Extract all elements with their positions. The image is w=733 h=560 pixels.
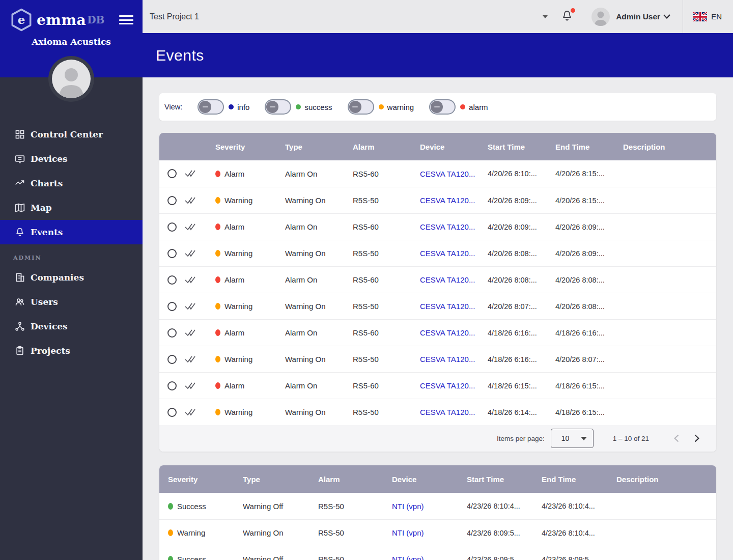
double-check-icon[interactable] [185,170,197,178]
select-row-radio[interactable] [167,169,177,178]
previous-page-button[interactable] [666,428,687,449]
sidebar-item-control-center[interactable]: Control Center [0,122,143,147]
alarm-toggle-switch[interactable] [429,99,456,115]
user-menu-label[interactable]: Admin User [616,12,660,21]
notifications-button[interactable] [561,10,573,24]
filter-toggle-warning: warning [348,99,414,115]
double-check-icon[interactable] [185,408,197,416]
double-check-icon[interactable] [185,197,197,205]
device-link[interactable]: CESVA TA120... [420,275,475,284]
user-avatar-large[interactable] [48,56,94,102]
menu-toggle-button[interactable] [119,14,133,25]
double-check-icon[interactable] [185,302,197,311]
language-selector[interactable]: EN [683,12,733,21]
severity-label: Success [177,555,206,560]
project-dropdown-caret-icon[interactable] [543,15,548,18]
logo-suffix: DB [87,14,104,26]
double-check-icon[interactable] [185,276,197,284]
end-time: 4/20/26 8:09:... [555,223,623,231]
page-size-value: 10 [561,434,570,442]
info-toggle-switch[interactable] [198,99,224,115]
device-link[interactable]: CESVA TA120... [420,196,475,205]
warning-toggle-label: warning [387,103,414,111]
double-check-icon[interactable] [185,249,197,258]
page-size-select[interactable]: 10 [551,429,594,448]
severity-label: Alarm [224,275,244,284]
device-link[interactable]: CESVA TA120... [420,249,475,258]
chevron-left-icon [674,434,679,442]
select-row-radio[interactable] [167,408,177,417]
page-title: Events [156,47,204,64]
info-dot [229,104,234,109]
sidebar-item-events[interactable]: Events [0,220,143,244]
sidebar-item-devices[interactable]: Devices [0,147,143,171]
select-row-radio[interactable] [167,381,177,390]
header-alarm: Alarm [353,143,420,151]
device-link[interactable]: CESVA TA120... [420,408,475,416]
alarm-name: RS5-60 [353,170,420,178]
alarm-name: R5S-50 [353,249,420,258]
items-per-page-label: Items per page: [497,435,545,442]
select-row-radio[interactable] [167,328,177,338]
event-row: Warning Warning On R5S-50 CESVA TA120...… [159,346,716,372]
double-check-icon[interactable] [185,355,197,363]
event-type: Warning On [285,249,353,258]
double-check-icon[interactable] [185,329,197,337]
device-link[interactable]: NTI (vpn) [392,555,424,560]
chart-line-icon [14,178,25,189]
event-row: Warning Warning On R5S-50 CESVA TA120...… [159,240,716,266]
hub-icon [14,321,25,332]
select-row-radio[interactable] [167,196,177,205]
dashboard-icon [14,129,25,140]
sidebar-item-admin-devices[interactable]: Devices [0,314,143,339]
double-check-icon[interactable] [185,223,197,231]
select-row-radio[interactable] [167,355,177,364]
select-row-radio[interactable] [167,302,177,311]
header-type: Type [243,475,318,484]
event-type: Alarm On [285,328,353,337]
sidebar-item-companies[interactable]: Companies [0,265,143,290]
start-time: 4/23/26 8:10:4... [467,502,542,510]
start-time: 4/18/26 6:16:... [488,329,555,337]
topbar: Test Project 1 Admin User [143,0,733,33]
map-icon [14,202,25,213]
event-row: Warning Warning On R5S-50 CESVA TA120...… [159,293,716,319]
select-row-radio[interactable] [167,222,177,232]
sidebar-item-projects[interactable]: Projects [0,339,143,363]
select-row-radio[interactable] [167,249,177,258]
device-link[interactable]: NTI (vpn) [392,528,424,537]
device-link[interactable]: NTI (vpn) [392,502,424,511]
severity-label: Warning [224,196,252,205]
filter-toggle-info: info [198,99,249,115]
end-time: 4/20/26 8:08:... [555,302,623,311]
next-page-button[interactable] [687,428,707,449]
language-code: EN [711,12,722,21]
select-row-radio[interactable] [167,275,177,285]
sidebar-item-users[interactable]: Users [0,290,143,314]
double-check-icon[interactable] [185,382,197,390]
sidebar-item-map[interactable]: Map [0,195,143,220]
history-table-header: Severity Type Alarm Device Start Time En… [159,465,716,493]
device-link[interactable]: CESVA TA120... [420,302,475,311]
device-link[interactable]: CESVA TA120... [420,170,475,178]
building-icon [14,272,25,283]
user-menu-chevron-icon[interactable] [663,14,670,19]
device-link[interactable]: CESVA TA120... [420,355,475,363]
success-toggle-switch[interactable] [265,99,291,115]
emmadb-logo-icon: e [10,8,33,32]
device-link[interactable]: CESVA TA120... [420,222,475,231]
success-toggle-label: success [304,103,332,111]
sidebar-item-charts[interactable]: Charts [0,171,143,195]
event-row: Warning Warning On R5S-50 CESVA TA120...… [159,399,716,425]
severity-label: Success [177,502,206,511]
severity-dot [215,382,220,389]
warning-toggle-switch[interactable] [348,99,374,115]
event-row: Success Warning Off R5S-50 NTI (vpn) 4/2… [159,546,716,560]
alarm-toggle-label: alarm [469,103,488,111]
user-avatar-small[interactable] [591,8,610,26]
history-table: Severity Type Alarm Device Start Time En… [159,465,716,560]
device-link[interactable]: CESVA TA120... [420,328,475,337]
severity-dot [168,529,173,536]
project-selector-value[interactable]: Test Project 1 [150,12,199,21]
device-link[interactable]: CESVA TA120... [420,381,475,390]
